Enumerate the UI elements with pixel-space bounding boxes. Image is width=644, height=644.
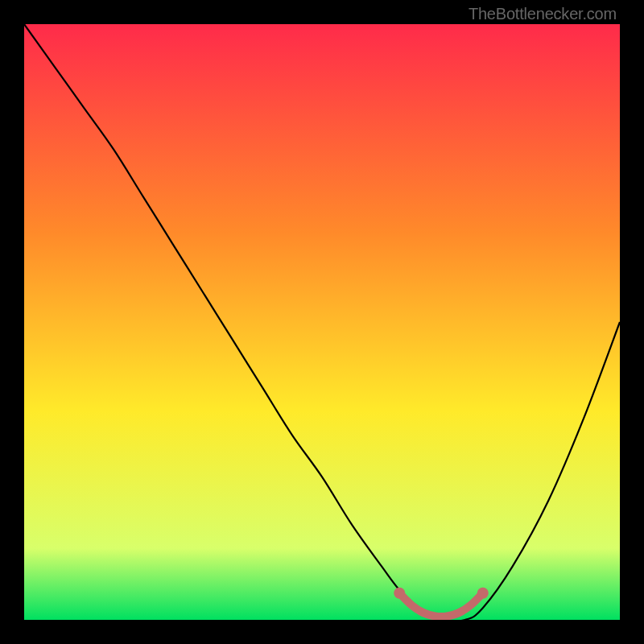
chart-frame	[24, 24, 620, 620]
highlight-endpoint-dot	[394, 588, 405, 599]
attribution-text: TheBottlenecker.com	[469, 5, 617, 23]
gradient-background	[24, 24, 620, 620]
bottleneck-chart	[24, 24, 620, 620]
highlight-endpoint-dot	[477, 588, 489, 599]
